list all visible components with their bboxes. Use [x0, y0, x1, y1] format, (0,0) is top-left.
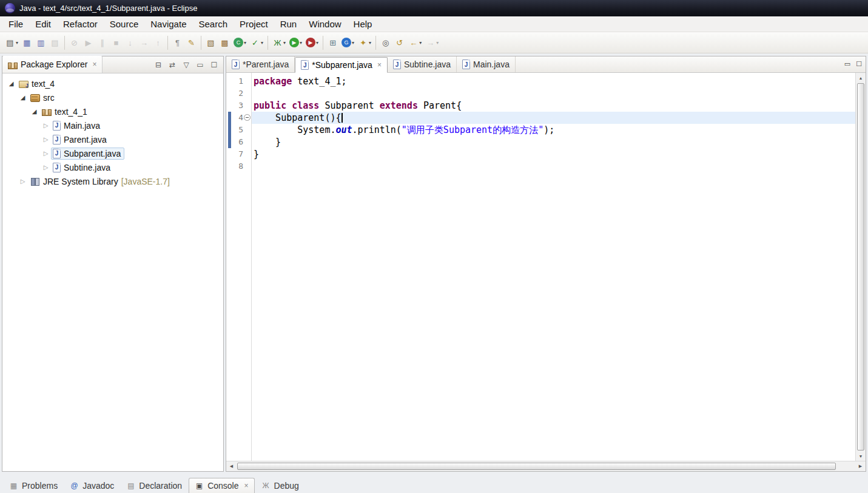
console-icon: ▣ — [195, 481, 204, 490]
expand-twisty-icon[interactable]: ▷ — [41, 132, 51, 146]
search-button[interactable]: ✦▾ — [356, 35, 373, 50]
editor-tab-subtine-java[interactable]: JSubtine.java — [388, 56, 457, 72]
new-package-button[interactable]: ▩ — [218, 35, 232, 50]
horizontal-scroll-track[interactable] — [237, 461, 855, 471]
package-explorer-tab[interactable]: Package Explorer × — [2, 56, 103, 73]
collapse-twisty-icon[interactable]: ◢ — [29, 104, 39, 118]
last-edit-location-button[interactable]: ↺ — [392, 35, 406, 50]
tree-item-jre-system-library[interactable]: ▷JRE System Library[JavaSE-1.7] — [2, 174, 223, 188]
line-number-1[interactable]: 1 — [226, 75, 251, 87]
new-java-project-button[interactable]: ▧ — [204, 35, 218, 50]
collapse-twisty-icon[interactable]: ◢ — [18, 90, 28, 104]
web-browser-button[interactable]: G▾ — [340, 35, 356, 50]
scroll-right-icon[interactable]: ▶ — [855, 461, 866, 471]
package-explorer-icon — [7, 59, 18, 70]
tree-item-label: Subparent.java — [64, 149, 121, 158]
show-whitespace-button[interactable]: ¶ — [170, 35, 184, 50]
horizontal-scroll-thumb[interactable] — [237, 463, 836, 470]
line-number-3[interactable]: 3 — [226, 100, 251, 112]
close-icon[interactable]: × — [93, 60, 97, 69]
line-number-7[interactable]: 7 — [226, 148, 251, 160]
menu-refactor[interactable]: Refactor — [57, 17, 104, 31]
debug-button[interactable]: Ж▾ — [271, 35, 288, 50]
scroll-down-icon[interactable]: ▼ — [856, 451, 866, 461]
menu-edit[interactable]: Edit — [29, 17, 57, 31]
code-line-8[interactable] — [252, 160, 855, 172]
new-wizard-button[interactable]: ▤▾ — [3, 35, 20, 50]
menu-file[interactable]: File — [2, 17, 29, 31]
package-icon — [41, 106, 52, 117]
expand-twisty-icon[interactable]: ▷ — [41, 146, 51, 160]
line-number-5[interactable]: 5 — [226, 124, 251, 136]
back-button[interactable]: ←▾ — [406, 35, 423, 50]
expand-twisty-icon[interactable]: ▷ — [18, 174, 28, 188]
line-number-ruler[interactable]: 12345678 — [226, 73, 252, 461]
code-line-7[interactable]: } — [252, 148, 855, 160]
mark-occurrences-button[interactable]: ✎ — [184, 35, 198, 50]
menu-project[interactable]: Project — [234, 17, 274, 31]
save-all-button[interactable]: ▥ — [34, 35, 48, 50]
code-line-3[interactable]: public class Subparent extends Parent{ — [252, 100, 855, 112]
new-junit-button[interactable]: ✓▾ — [248, 35, 265, 50]
maximize-view-button[interactable]: ☐ — [208, 59, 220, 71]
open-type-button[interactable]: ◎ — [378, 35, 392, 50]
run-button[interactable]: ▶▾ — [288, 35, 304, 50]
external-tools-button[interactable]: ▶▾ — [304, 35, 320, 50]
tree-item-src[interactable]: ◢src — [2, 90, 223, 104]
java-ee-button[interactable]: ⊞ — [326, 35, 340, 50]
line-number-2[interactable]: 2 — [226, 87, 251, 100]
line-number-4[interactable]: 4 — [226, 112, 251, 124]
scroll-up-icon[interactable]: ▲ — [856, 73, 866, 83]
tree-item-subparent-java[interactable]: ▷JSubparent.java — [2, 146, 223, 160]
code-line-4[interactable]: Subparent(){ — [252, 112, 855, 124]
fold-collapse-icon[interactable] — [244, 114, 251, 121]
code-content[interactable]: package text_4_1;public class Subparent … — [252, 73, 855, 461]
code-line-5[interactable]: System.out.println("调用子类Subparent的构造方法")… — [252, 124, 855, 136]
link-with-editor-button[interactable]: ⇄ — [166, 59, 178, 71]
new-class-button[interactable]: C▾ — [232, 35, 248, 50]
close-icon[interactable]: × — [377, 61, 382, 69]
code-line-6[interactable]: } — [252, 136, 855, 148]
view-tab-console[interactable]: ▣Console× — [189, 478, 254, 493]
editor-tab-main-java[interactable]: JMain.java — [457, 56, 516, 72]
code-line-2[interactable] — [252, 87, 855, 100]
menu-navigate[interactable]: Navigate — [144, 17, 192, 31]
forward-icon: → — [425, 38, 436, 48]
tree-item-main-java[interactable]: ▷JMain.java — [2, 118, 223, 132]
menu-run[interactable]: Run — [274, 17, 303, 31]
view-tab-debug[interactable]: ЖDebug — [256, 478, 304, 493]
editor-tab-parent-java[interactable]: J*Parent.java — [226, 56, 295, 72]
menu-search[interactable]: Search — [192, 17, 234, 31]
collapse-all-button[interactable]: ⊟ — [152, 59, 164, 71]
tree-item-parent-java[interactable]: ▷JParent.java — [2, 132, 223, 146]
minimize-view-button[interactable]: ▭ — [194, 59, 206, 71]
tree-item-text-4-1[interactable]: ◢text_4_1 — [2, 104, 223, 118]
close-icon[interactable]: × — [244, 481, 249, 490]
code-line-1[interactable]: package text_4_1; — [252, 75, 855, 87]
collapse-twisty-icon[interactable]: ◢ — [6, 76, 16, 90]
vertical-scroll-thumb[interactable] — [857, 83, 864, 450]
line-number-6[interactable]: 6 — [226, 136, 251, 148]
save-button[interactable]: ▦ — [20, 35, 34, 50]
horizontal-scrollbar[interactable]: ◀ ▶ — [226, 461, 866, 471]
vertical-scroll-track[interactable] — [856, 83, 866, 451]
skip-breakpoints-button: ⊘ — [67, 35, 81, 50]
view-tab-problems[interactable]: ▦Problems — [4, 478, 63, 493]
tree-item-subtine-java[interactable]: ▷JSubtine.java — [2, 160, 223, 174]
expand-twisty-icon[interactable]: ▷ — [41, 160, 51, 174]
view-tab-declaration[interactable]: ▤Declaration — [121, 478, 187, 493]
scroll-left-icon[interactable]: ◀ — [226, 461, 237, 471]
menu-help[interactable]: Help — [348, 17, 378, 31]
explorer-actions: ⊟⇄▽▭☐ — [152, 56, 223, 73]
view-menu-button[interactable]: ▽ — [180, 59, 192, 71]
tree-item-text-4[interactable]: ◢text_4 — [2, 76, 223, 90]
menu-source[interactable]: Source — [104, 17, 145, 31]
line-number-8[interactable]: 8 — [226, 160, 251, 172]
editor-tab-subparent-java[interactable]: J*Subparent.java× — [295, 57, 388, 73]
view-tab-javadoc[interactable]: @Javadoc — [64, 478, 119, 493]
menu-window[interactable]: Window — [303, 17, 347, 31]
maximize-editor-button[interactable]: ☐ — [856, 60, 862, 68]
minimize-editor-button[interactable]: ▭ — [844, 60, 850, 68]
expand-twisty-icon[interactable]: ▷ — [41, 118, 51, 132]
vertical-scrollbar[interactable]: ▲ ▼ — [855, 73, 866, 461]
